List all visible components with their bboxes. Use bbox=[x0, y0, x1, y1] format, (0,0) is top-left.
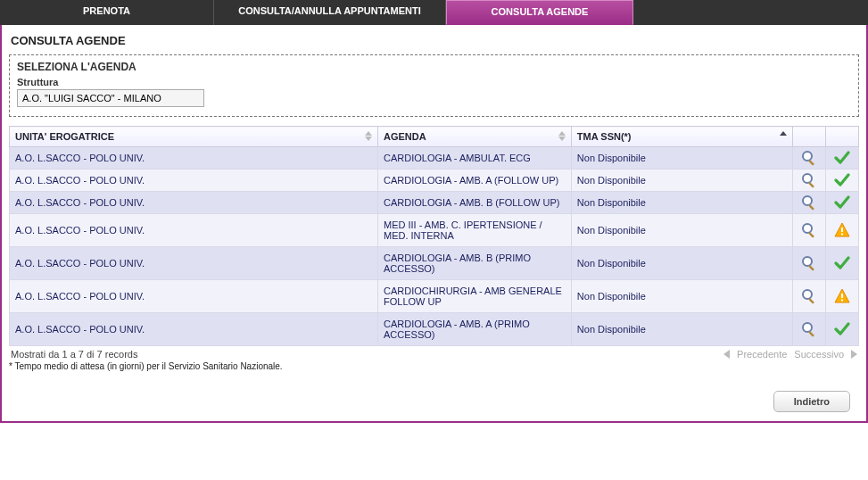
cell-tma: Non Disponibile bbox=[571, 280, 792, 313]
struttura-label: Struttura bbox=[17, 77, 851, 87]
status-cell bbox=[825, 214, 858, 247]
col-header-tma[interactable]: TMA SSN(*) bbox=[571, 127, 792, 147]
col-header-agenda[interactable]: AGENDA bbox=[378, 127, 572, 147]
magnifier-icon bbox=[801, 172, 817, 188]
status-cell bbox=[825, 170, 858, 192]
indietro-button[interactable]: Indietro bbox=[773, 391, 850, 412]
warning-icon bbox=[834, 288, 850, 304]
cell-agenda: MED III - AMB. C. IPERTENSIONE / MED. IN… bbox=[378, 214, 572, 247]
page-title: CONSULTA AGENDE bbox=[9, 30, 859, 54]
struttura-input[interactable] bbox=[17, 89, 204, 107]
col-header-agenda-label: AGENDA bbox=[384, 131, 426, 142]
cell-agenda: CARDIOCHIRURGIA - AMB GENERALE FOLLOW UP bbox=[378, 280, 572, 313]
cell-unita: A.O. L.SACCO - POLO UNIV. bbox=[10, 170, 378, 192]
view-button[interactable] bbox=[792, 313, 825, 346]
pager-info: Mostrati da 1 a 7 di 7 records bbox=[11, 349, 137, 360]
table-row: A.O. L.SACCO - POLO UNIV.CARDIOLOGIA - A… bbox=[10, 192, 859, 214]
sort-icon bbox=[558, 131, 566, 141]
col-header-view bbox=[792, 127, 825, 147]
col-header-unita-label: UNITA' EROGATRICE bbox=[15, 131, 114, 142]
magnifier-icon bbox=[801, 255, 817, 271]
view-button[interactable] bbox=[792, 192, 825, 214]
magnifier-icon bbox=[801, 194, 817, 211]
pager-next-icon[interactable] bbox=[851, 350, 857, 359]
check-icon bbox=[834, 194, 850, 211]
table-row: A.O. L.SACCO - POLO UNIV.CARDIOLOGIA - A… bbox=[10, 313, 859, 346]
view-button[interactable] bbox=[792, 280, 825, 313]
table-row: A.O. L.SACCO - POLO UNIV.MED III - AMB. … bbox=[10, 214, 859, 247]
col-header-status bbox=[825, 127, 858, 147]
cell-tma: Non Disponibile bbox=[571, 313, 792, 346]
cell-agenda: CARDIOLOGIA - AMBULAT. ECG bbox=[378, 147, 572, 170]
view-button[interactable] bbox=[792, 147, 825, 170]
pager: Mostrati da 1 a 7 di 7 records Precedent… bbox=[9, 346, 859, 360]
status-cell bbox=[825, 313, 858, 346]
warning-icon bbox=[834, 222, 850, 238]
cell-unita: A.O. L.SACCO - POLO UNIV. bbox=[10, 147, 378, 170]
cell-agenda: CARDIOLOGIA - AMB. A (FOLLOW UP) bbox=[378, 170, 572, 192]
status-cell bbox=[825, 280, 858, 313]
check-icon bbox=[834, 172, 850, 188]
cell-tma: Non Disponibile bbox=[571, 192, 792, 214]
magnifier-icon bbox=[801, 222, 817, 238]
pager-prev[interactable]: Precedente bbox=[737, 349, 787, 360]
status-cell bbox=[825, 192, 858, 214]
cell-unita: A.O. L.SACCO - POLO UNIV. bbox=[10, 280, 378, 313]
pager-prev-icon[interactable] bbox=[723, 350, 730, 359]
check-icon bbox=[834, 255, 850, 271]
tab-consulta-annulla[interactable]: CONSULTA/ANNULLA APPUNTAMENTI bbox=[214, 0, 446, 25]
view-button[interactable] bbox=[792, 170, 825, 192]
pager-next[interactable]: Successivo bbox=[794, 349, 844, 360]
magnifier-icon bbox=[801, 288, 817, 304]
table-row: A.O. L.SACCO - POLO UNIV.CARDIOLOGIA - A… bbox=[10, 247, 859, 280]
table-row: A.O. L.SACCO - POLO UNIV.CARDIOLOGIA - A… bbox=[10, 147, 859, 170]
status-cell bbox=[825, 247, 858, 280]
cell-unita: A.O. L.SACCO - POLO UNIV. bbox=[10, 214, 378, 247]
tab-consulta-agende[interactable]: CONSULTA AGENDE bbox=[446, 0, 633, 25]
view-button[interactable] bbox=[792, 214, 825, 247]
agende-table: UNITA' EROGATRICE AGENDA TMA SSN(*) bbox=[9, 126, 859, 346]
tab-prenota[interactable]: PRENOTA bbox=[0, 0, 214, 25]
check-icon bbox=[834, 321, 850, 337]
cell-unita: A.O. L.SACCO - POLO UNIV. bbox=[10, 313, 378, 346]
magnifier-icon bbox=[801, 321, 817, 337]
col-header-unita[interactable]: UNITA' EROGATRICE bbox=[10, 127, 378, 147]
view-button[interactable] bbox=[792, 247, 825, 280]
magnifier-icon bbox=[801, 150, 817, 166]
panel-title: SELEZIONA L'AGENDA bbox=[17, 61, 851, 73]
footnote: * Tempo medio di attesa (in giorni) per … bbox=[9, 361, 859, 371]
cell-tma: Non Disponibile bbox=[571, 214, 792, 247]
seleziona-agenda-panel: SELEZIONA L'AGENDA Struttura bbox=[9, 54, 859, 117]
cell-agenda: CARDIOLOGIA - AMB. B (PRIMO ACCESSO) bbox=[378, 247, 572, 280]
cell-agenda: CARDIOLOGIA - AMB. A (PRIMO ACCESSO) bbox=[378, 313, 572, 346]
page-body: CONSULTA AGENDE SELEZIONA L'AGENDA Strut… bbox=[0, 25, 868, 423]
cell-unita: A.O. L.SACCO - POLO UNIV. bbox=[10, 192, 378, 214]
col-header-tma-label: TMA SSN(*) bbox=[577, 131, 632, 142]
table-row: A.O. L.SACCO - POLO UNIV.CARDIOLOGIA - A… bbox=[10, 170, 859, 192]
cell-tma: Non Disponibile bbox=[571, 170, 792, 192]
cell-agenda: CARDIOLOGIA - AMB. B (FOLLOW UP) bbox=[378, 192, 572, 214]
cell-tma: Non Disponibile bbox=[571, 247, 792, 280]
table-row: A.O. L.SACCO - POLO UNIV.CARDIOCHIRURGIA… bbox=[10, 280, 859, 313]
tab-bar: PRENOTA CONSULTA/ANNULLA APPUNTAMENTI CO… bbox=[0, 0, 868, 25]
sort-icon bbox=[365, 131, 372, 141]
cell-tma: Non Disponibile bbox=[571, 147, 792, 170]
status-cell bbox=[825, 147, 858, 170]
check-icon bbox=[834, 150, 850, 166]
sort-icon bbox=[780, 131, 787, 136]
cell-unita: A.O. L.SACCO - POLO UNIV. bbox=[10, 247, 378, 280]
